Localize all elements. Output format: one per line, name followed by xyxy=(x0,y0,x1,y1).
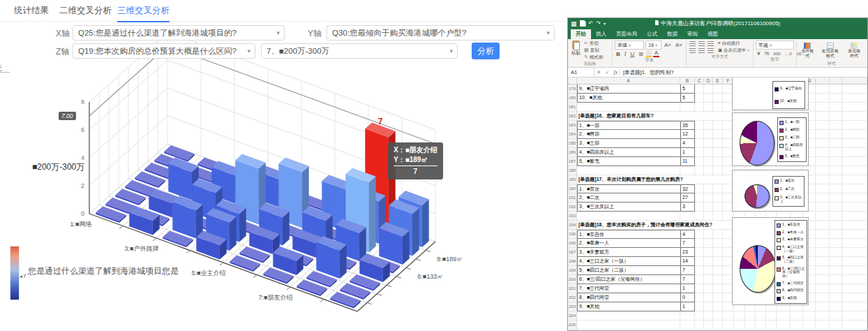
cut-button[interactable]: ✂剪切 xyxy=(584,41,603,47)
sheet-row[interactable]: 1951、■非自住4 xyxy=(568,230,867,239)
sheet-row[interactable]: 1973、■夫妻双方23 xyxy=(568,248,867,257)
merge-center-button[interactable]: ▣ 合并后居中 ▾ xyxy=(718,47,749,54)
align-right-icon[interactable] xyxy=(708,48,714,53)
sheet-row[interactable]: 1799、■辽宁省内5 xyxy=(568,84,867,94)
font-color-icon[interactable]: A xyxy=(653,50,659,57)
underline-button[interactable]: U xyxy=(629,51,636,57)
sheet-row[interactable]: 189[单选题]17、本次计划购房属于您的第几次购房? xyxy=(568,175,867,184)
currency-format-icon[interactable]: ¥ xyxy=(756,50,761,57)
sheet-row[interactable]: 1875、■暂无11 xyxy=(568,157,867,166)
number-format-select[interactable]: 常规 ▾ xyxy=(756,41,794,50)
chart-frame[interactable]: 1、■首次2、■二次3、■三次及以上 xyxy=(732,170,809,212)
pie-chart[interactable] xyxy=(740,245,776,293)
increase-decimal-icon[interactable]: ←.0 xyxy=(784,52,793,56)
column-header[interactable]: A xyxy=(577,78,680,84)
z-axis-select[interactable]: Q19:您本次购房的总价预算大概是什么区间? ▾ xyxy=(73,43,255,59)
sheet-row[interactable]: 193 xyxy=(568,212,867,221)
redo-icon[interactable]: ↷ xyxy=(596,20,601,27)
y-axis-select[interactable]: Q30:您最倾向于购买海港城哪个户型? ▾ xyxy=(327,25,555,41)
chart-frame[interactable]: 1、■一部2、■两部3、■三部4、■四部及以上5、■暂无 xyxy=(732,112,809,166)
sheet-row[interactable]: 2006、■三/四口之家（父母同住）7 xyxy=(568,275,867,284)
chart-frame[interactable]: 1、■非自住2、■单身一人3、■夫妻双方4、■三口之家（一孩）5、■四口之家（二… xyxy=(732,217,809,305)
sheet-row[interactable]: 1864、■四部及以上1 xyxy=(568,148,867,157)
quick-access-caret-icon[interactable]: ▾ xyxy=(604,21,606,26)
sheet-row[interactable]: 1962、■单身一人7 xyxy=(568,239,867,248)
cancel-icon[interactable]: ✕ xyxy=(594,69,603,75)
wrap-text-button[interactable]: ≡ 自动换行 xyxy=(718,41,740,47)
column-header[interactable] xyxy=(830,78,842,84)
enter-icon[interactable]: ✓ xyxy=(603,69,611,75)
answer-cell xyxy=(577,311,680,321)
borders-icon[interactable]: ⊞ xyxy=(637,51,645,57)
ribbon-tab-data[interactable]: 数据 xyxy=(662,29,682,39)
answer-cell: 3、■夫妻双方 xyxy=(577,248,680,257)
decrease-font-icon[interactable]: A˅ xyxy=(674,42,684,48)
bold-button[interactable]: B xyxy=(615,51,622,57)
fx-icon[interactable]: fx xyxy=(612,69,620,75)
sheet-row[interactable]: 181 xyxy=(568,103,867,112)
tab-3d-cross-analysis[interactable]: 三维交叉分析 xyxy=(117,5,170,22)
sheet-row[interactable]: 188 xyxy=(568,166,867,175)
sheet-area[interactable]: ABCDEFGHIJKLM 1799、■辽宁省内518010、■其他518118… xyxy=(568,78,867,331)
copy-button[interactable]: ▤复制 xyxy=(584,47,603,54)
sheet-row[interactable]: 1831、■一部35 xyxy=(568,121,867,130)
font-name-select[interactable]: 宋体 ▾ xyxy=(615,41,644,50)
sheet-row[interactable]: 1984、■三口之家（一孩）14 xyxy=(568,257,867,266)
sheet-row[interactable]: 1912、■二次27 xyxy=(568,193,867,203)
ribbon-tab-home[interactable]: 开始 xyxy=(571,29,591,39)
align-top-icon[interactable] xyxy=(689,41,696,46)
sheet-row[interactable]: 18010、■其他5 xyxy=(568,94,867,103)
align-bottom-icon[interactable] xyxy=(708,41,714,46)
x-axis-select[interactable]: Q25:您是通过什么渠道了解到海港城项目的? ▾ xyxy=(73,25,285,41)
sheet-row[interactable]: 2039、■其他1 xyxy=(568,302,867,311)
comma-format-icon[interactable]: 000 xyxy=(772,52,782,56)
chart-frame[interactable]: 9、■辽宁省内10、■其他 xyxy=(732,78,809,110)
cell-styles-button[interactable]: 单元格样式 xyxy=(844,43,865,58)
sheet-row[interactable]: 1842、■两部12 xyxy=(568,130,867,139)
undo-icon[interactable]: ↶ xyxy=(589,20,594,27)
sheet-row[interactable]: 1995、■四口之家（二孩）7 xyxy=(568,266,867,275)
sheet-row[interactable]: 182[单选题]16、您家庭目前有几部车? xyxy=(568,112,867,121)
ribbon-tab-formulas[interactable]: 公式 xyxy=(642,29,662,39)
sheet-row[interactable]: 1923、■三次及以上3 xyxy=(568,203,867,212)
sheet-row[interactable]: 2017、■三代同堂1 xyxy=(568,284,867,293)
column-header[interactable]: B xyxy=(680,78,695,84)
ribbon-tab-review[interactable]: 审阅 xyxy=(682,29,703,39)
sheet-row[interactable]: 204 xyxy=(568,311,867,321)
column-header[interactable] xyxy=(842,78,867,84)
conditional-formatting-button[interactable]: 条件格式 xyxy=(799,43,816,58)
percent-format-icon[interactable]: % xyxy=(763,50,770,57)
ribbon-tab-view[interactable]: 视图 xyxy=(703,29,723,39)
sheet-row[interactable]: 2028、■四代同堂0 xyxy=(568,293,867,302)
analyze-button[interactable]: 分析 xyxy=(472,43,500,59)
column-header[interactable] xyxy=(816,78,830,84)
sheet-row[interactable]: 1853、■三部4 xyxy=(568,139,867,148)
column-header[interactable]: C xyxy=(695,78,704,84)
formula-input[interactable]: [单选题]1、您的性别? xyxy=(620,69,867,76)
align-left-icon[interactable] xyxy=(689,48,696,53)
increase-font-icon[interactable]: A˄ xyxy=(663,42,673,48)
font-size-select[interactable]: 16 ▾ xyxy=(645,41,661,50)
name-box[interactable]: A1 xyxy=(568,68,594,77)
align-middle-icon[interactable] xyxy=(698,41,705,46)
tab-2d-cross-analysis[interactable]: 二维交叉分析 xyxy=(59,5,112,17)
column-header[interactable]: E xyxy=(713,78,723,84)
pie-chart[interactable] xyxy=(744,184,770,208)
pie-chart[interactable] xyxy=(740,121,775,166)
save-icon[interactable] xyxy=(580,20,586,27)
ribbon-tab-page-layout[interactable]: 页面布局 xyxy=(611,29,642,39)
ribbon-tab-insert[interactable]: 插入 xyxy=(591,29,611,39)
italic-button[interactable]: I xyxy=(623,51,628,57)
column-header[interactable]: D xyxy=(704,78,713,84)
select-all-corner[interactable] xyxy=(568,78,577,84)
sheet-row[interactable]: 194[单选题]18、您本次购买的房子，预计会有哪些家庭成员同住? xyxy=(568,221,867,230)
format-painter-button[interactable]: ✎格式刷 xyxy=(584,54,603,61)
format-as-table-button[interactable]: 套用表格格式 xyxy=(818,43,842,58)
align-center-icon[interactable] xyxy=(698,48,705,53)
paste-button[interactable]: 粘贴 xyxy=(570,40,582,61)
sheet-row[interactable]: 205 xyxy=(568,321,867,330)
fill-color-icon[interactable] xyxy=(646,50,652,57)
sheet-row[interactable]: 1901、■首次32 xyxy=(568,184,867,193)
tab-statistics[interactable]: 统计结果 xyxy=(14,5,49,17)
z-option-select[interactable]: 7、■200万-300万 ▾ xyxy=(261,43,458,59)
